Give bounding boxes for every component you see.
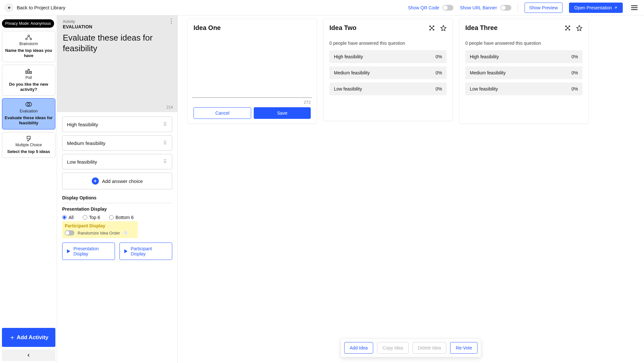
idea-card-three: Idea Three 0 people have answered this q… xyxy=(459,19,589,124)
drag-handle-icon[interactable]: ⠿ xyxy=(163,121,167,127)
activity-title: Name the top ideas you have xyxy=(4,48,53,59)
svg-rect-3 xyxy=(26,71,27,73)
svg-point-2 xyxy=(28,35,30,37)
collapse-sidebar-button[interactable] xyxy=(2,349,55,361)
show-qr-toggle[interactable] xyxy=(442,5,453,11)
shuffle-icon[interactable] xyxy=(564,25,571,31)
radio-bottom6[interactable]: Bottom 6 xyxy=(109,215,134,220)
radio-all-input[interactable] xyxy=(62,215,67,220)
play-icon xyxy=(67,249,70,253)
activity-card-brainstorm[interactable]: Brainstorm Name the top ideas you have xyxy=(2,31,55,62)
prompt-text[interactable]: Evaluate these ideas for feasibility xyxy=(63,33,172,53)
randomize-toggle[interactable] xyxy=(65,230,74,235)
show-preview-button[interactable]: Show Preview xyxy=(525,3,563,13)
answer-label: High feasibility xyxy=(67,122,98,127)
evaluation-icon xyxy=(4,102,53,108)
activity-menu-icon[interactable]: ⋮ xyxy=(168,17,174,24)
participant-display-section: Participant Display Randomize Idea Order… xyxy=(62,221,138,238)
play-icon xyxy=(124,249,128,253)
result-row: Medium feasibility0% xyxy=(329,66,447,79)
radio-bottom6-input[interactable] xyxy=(109,215,114,220)
add-activity-button[interactable]: ＋ Add Activity xyxy=(2,328,55,347)
result-row: High feasibility0% xyxy=(465,50,582,63)
activity-card-evaluation[interactable]: Evaluation Evaluate these ideas for feas… xyxy=(2,98,55,129)
result-label: High feasibility xyxy=(334,54,363,59)
activity-label: Activity xyxy=(63,19,172,24)
participant-display-button[interactable]: Participant Display xyxy=(119,243,172,260)
activity-title: Select the top 5 ideas xyxy=(4,149,53,154)
answer-choice-row[interactable]: High feasibility ⠿ xyxy=(62,117,172,132)
open-presentation-label: Open Presentation xyxy=(574,5,612,10)
participant-display-heading: Participant Display xyxy=(65,223,135,228)
activity-sidebar: Privacy Mode: Anonymous Brainstorm Name … xyxy=(0,15,57,363)
answer-label: Medium feasibility xyxy=(67,140,105,146)
activity-title: Do you like the new activity? xyxy=(4,82,53,92)
shuffle-icon[interactable] xyxy=(429,25,435,31)
presentation-display-button[interactable]: Presentation Display xyxy=(62,243,115,260)
activity-card-multiple-choice[interactable]: Multiple Choice Select the top 5 ideas xyxy=(2,132,55,158)
result-pct: 0% xyxy=(572,70,578,75)
result-row: High feasibility0% xyxy=(329,50,447,63)
result-label: High feasibility xyxy=(470,54,499,59)
radio-all-label: All xyxy=(69,215,74,220)
answer-choice-row[interactable]: Medium feasibility ⠿ xyxy=(62,135,172,151)
presentation-display-heading: Presentation Display xyxy=(62,206,172,212)
delete-idea-button[interactable]: Delete Idea xyxy=(412,342,447,354)
svg-point-1 xyxy=(30,38,32,40)
plus-icon: ＋ xyxy=(9,333,15,342)
activity-card-poll[interactable]: Poll Do you like the new activity? xyxy=(2,65,55,96)
svg-rect-8 xyxy=(27,136,30,139)
arrow-left-icon xyxy=(7,5,11,10)
cancel-button[interactable]: Cancel xyxy=(194,107,251,119)
activity-kind: Brainstorm xyxy=(4,42,53,46)
help-icon[interactable]: ? xyxy=(123,231,128,235)
result-label: Medium feasibility xyxy=(334,70,370,75)
idea-char-count: 272 xyxy=(194,100,311,105)
drag-handle-icon[interactable]: ⠿ xyxy=(163,159,167,165)
activity-title: Evaluate these ideas for feasibility xyxy=(4,115,53,126)
back-button[interactable] xyxy=(5,3,14,12)
divider xyxy=(62,203,172,203)
answered-text: 0 people have answered this question xyxy=(465,41,582,46)
drag-handle-icon[interactable]: ⠿ xyxy=(163,140,167,146)
brainstorm-icon xyxy=(4,34,53,41)
add-answer-choice-button[interactable]: + Add answer choice xyxy=(62,173,172,189)
svg-rect-4 xyxy=(28,69,29,73)
result-label: Low feasibility xyxy=(334,86,362,91)
result-pct: 0% xyxy=(436,54,442,59)
revote-button[interactable]: Re-Vote xyxy=(450,342,478,354)
external-icon xyxy=(614,6,618,10)
poll-icon xyxy=(4,68,53,75)
copy-idea-button[interactable]: Copy Idea xyxy=(377,342,409,354)
result-label: Low feasibility xyxy=(470,86,498,91)
chevron-left-icon xyxy=(26,353,31,358)
save-button[interactable]: Save xyxy=(254,107,311,119)
add-idea-button[interactable]: Add Idea xyxy=(344,342,373,354)
radio-all[interactable]: All xyxy=(62,215,74,220)
show-banner-toggle[interactable] xyxy=(500,5,511,11)
plus-circle-icon: + xyxy=(92,177,99,185)
result-row: Medium feasibility0% xyxy=(465,66,582,79)
radio-top6-input[interactable] xyxy=(83,215,87,220)
result-row: Low feasibility0% xyxy=(465,82,582,95)
activity-kind: Multiple Choice xyxy=(4,143,53,147)
participant-display-btn-label: Participant Display xyxy=(131,246,166,256)
svg-rect-5 xyxy=(30,72,32,73)
open-presentation-button[interactable]: Open Presentation xyxy=(569,3,623,13)
idea-card-two: Idea Two 0 people have answered this que… xyxy=(323,19,453,121)
evaluation-label: EVALUATION xyxy=(63,24,172,29)
star-icon[interactable] xyxy=(576,25,582,31)
activity-kind: Evaluation xyxy=(4,109,53,113)
result-pct: 0% xyxy=(436,70,442,75)
answer-choice-row[interactable]: Low feasibility ⠿ xyxy=(62,154,172,169)
result-pct: 0% xyxy=(436,86,442,91)
divider xyxy=(518,3,518,13)
answer-label: Low feasibility xyxy=(67,159,97,165)
idea-title: Idea Three xyxy=(465,24,497,32)
idea-edit-textarea[interactable] xyxy=(192,33,312,98)
radio-top6[interactable]: Top 6 xyxy=(83,215,100,220)
menu-icon[interactable] xyxy=(629,4,639,12)
star-icon[interactable] xyxy=(440,25,447,31)
add-activity-label: Add Activity xyxy=(17,334,49,341)
idea-title: Idea One xyxy=(194,24,221,32)
